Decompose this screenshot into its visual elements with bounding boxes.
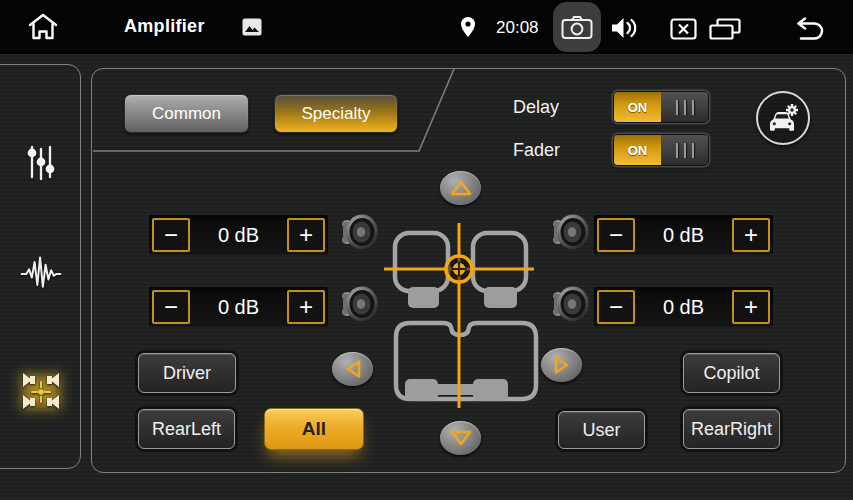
balance-left-button[interactable]: [332, 352, 373, 386]
balance-right-button[interactable]: [541, 348, 582, 382]
gain-row-rear-right: − 0 dB +: [594, 287, 773, 327]
front-right-gain-value: 0 dB: [635, 224, 732, 247]
rear-left-gain-value: 0 dB: [190, 296, 287, 319]
gain-row-rear-left: − 0 dB +: [149, 287, 328, 327]
front-right-plus-button[interactable]: +: [732, 218, 770, 252]
recent-apps-icon[interactable]: [708, 18, 742, 41]
gain-row-front-right: − 0 dB +: [594, 215, 773, 255]
close-window-icon[interactable]: [670, 18, 697, 40]
sidebar: [0, 64, 81, 469]
car-gear-icon: [766, 102, 800, 134]
head-unit-screen: Amplifier 20:08: [0, 0, 853, 500]
amplifier-screen-body: Common Specialty Delay ON Fader ON: [0, 54, 853, 500]
fader-switch-state: ON: [614, 135, 661, 165]
back-icon[interactable]: [786, 17, 826, 41]
front-left-minus-button[interactable]: −: [152, 218, 190, 252]
sidebar-item-equalizer[interactable]: [19, 140, 63, 184]
balance-down-button[interactable]: [440, 421, 481, 455]
amplifier-panel: Common Specialty Delay ON Fader ON: [91, 68, 846, 473]
fader-switch[interactable]: ON: [614, 135, 708, 165]
sidebar-item-fader-balance[interactable]: [19, 370, 63, 414]
preset-all-button[interactable]: All: [264, 408, 364, 450]
location-icon: [460, 16, 476, 38]
tab-common[interactable]: Common: [124, 94, 249, 133]
page-title: Amplifier: [124, 16, 205, 37]
front-left-plus-button[interactable]: +: [287, 218, 325, 252]
home-icon[interactable]: [26, 12, 60, 42]
tab-specialty[interactable]: Specialty: [274, 94, 398, 133]
car-settings-button[interactable]: [756, 91, 810, 145]
rear-left-minus-button[interactable]: −: [152, 290, 190, 324]
preset-driver-button[interactable]: Driver: [138, 353, 236, 393]
rear-right-plus-button[interactable]: +: [732, 290, 770, 324]
delay-switch-state: ON: [614, 92, 661, 122]
sidebar-item-sound-effects[interactable]: [19, 251, 63, 295]
status-bar: Amplifier 20:08: [0, 0, 853, 54]
rear-right-minus-button[interactable]: −: [597, 290, 635, 324]
delay-label: Delay: [513, 97, 559, 118]
volume-icon[interactable]: [610, 17, 642, 39]
switch-grip: [661, 135, 708, 165]
preset-user-button[interactable]: User: [558, 411, 645, 449]
gallery-icon[interactable]: [242, 18, 262, 36]
front-left-gain-value: 0 dB: [190, 224, 287, 247]
front-right-minus-button[interactable]: −: [597, 218, 635, 252]
preset-rearleft-button[interactable]: RearLeft: [138, 409, 235, 449]
preset-copilot-button[interactable]: Copilot: [683, 353, 780, 393]
rear-right-gain-value: 0 dB: [635, 296, 732, 319]
rear-left-plus-button[interactable]: +: [287, 290, 325, 324]
camera-icon: [561, 14, 593, 40]
preset-rearright-button[interactable]: RearRight: [683, 409, 780, 449]
gain-row-front-left: − 0 dB +: [149, 215, 328, 255]
clock: 20:08: [496, 18, 539, 38]
balance-up-button[interactable]: [440, 171, 481, 205]
switch-grip: [661, 92, 708, 122]
screenshot-button[interactable]: [553, 2, 601, 52]
delay-switch[interactable]: ON: [614, 92, 708, 122]
